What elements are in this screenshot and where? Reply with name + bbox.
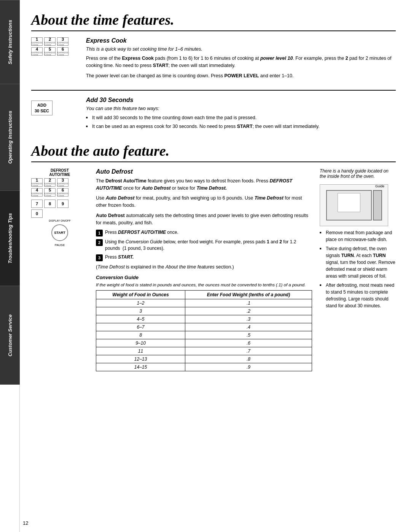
defrost-key-5[interactable]: 5EXPRESS COOK: [44, 188, 56, 197]
defrost-key-9[interactable]: 9: [57, 200, 68, 208]
defrost-key-4[interactable]: 4EXPRESS COOK: [31, 188, 43, 197]
conv-oz: 8: [96, 331, 185, 339]
defrost-keys-row3: 0: [31, 209, 88, 218]
conversion-guide-heading: Conversion Guide: [96, 275, 312, 280]
express-cook-keys: 1EXPRESS COOK 2EXPRESS COOK 3EXPRESS COO…: [31, 37, 77, 56]
time-features-title: About the time features.: [31, 11, 396, 28]
conv-oz: 3: [96, 307, 185, 315]
divider-3: [31, 161, 396, 162]
add-30-left: ADD 30 SEC: [31, 97, 77, 133]
defrost-key-2[interactable]: 2EXPRESS COOK: [44, 178, 56, 187]
conv-tenths: .2: [185, 307, 312, 315]
step-3-text: Press START.: [105, 254, 312, 260]
defrost-button-label: DEFROST AUTO/TIME: [31, 168, 88, 177]
key-5[interactable]: 5EXPRESS COOK: [44, 47, 56, 56]
key-3[interactable]: 3EXPRESS COOK: [57, 37, 68, 46]
oven-interior: [326, 190, 382, 220]
table-row: 9–10.6: [96, 339, 312, 347]
oven-door: [373, 190, 382, 220]
conv-tenths: .6: [185, 339, 312, 347]
add-label-line2: 30 SEC: [35, 109, 49, 113]
auto-defrost-right: There is a handy guide located on the in…: [320, 168, 396, 371]
key-1[interactable]: 1EXPRESS COOK: [31, 37, 43, 46]
step-3-row: 3 Press START.: [96, 254, 312, 261]
start-button-area: START: [31, 223, 88, 243]
defrost-key-3[interactable]: 3EXPRESS COOK: [57, 178, 68, 187]
conv-oz: 9–10: [96, 339, 185, 347]
step-1-row: 1 Press DEFROST AUTO/TIME once.: [96, 229, 312, 236]
sidebar-tab-operating[interactable]: Operating Instructions: [0, 84, 20, 190]
step-note: (Time Defrost is explained in the About …: [96, 264, 312, 271]
express-cook-section: 1EXPRESS COOK 2EXPRESS COOK 3EXPRESS COO…: [31, 37, 396, 82]
key-2[interactable]: 2EXPRESS COOK: [44, 37, 56, 46]
auto-defrost-heading: Auto Defrost: [96, 168, 312, 175]
auto-defrost-body2: Use Auto Defrost for meat, poultry, and …: [96, 195, 312, 209]
auto-feature-title: About the auto feature.: [31, 142, 396, 159]
add-30-bullet1: It will add 30 seconds to the time count…: [86, 114, 396, 121]
conv-tenths: .5: [185, 331, 312, 339]
auto-defrost-section: DEFROST AUTO/TIME 1EXPRESS COOK 2EXPRESS…: [31, 168, 396, 371]
right-bullet: Twice during defrost, the oven signals T…: [320, 245, 396, 280]
add-30-bullets: It will add 30 seconds to the time count…: [86, 114, 396, 130]
conv-tenths: .7: [185, 347, 312, 355]
table-row: 14–15.9: [96, 363, 312, 371]
step-2-text: Using the Conversion Guide below, enter …: [105, 239, 312, 252]
table-row: 1–2.1: [96, 299, 312, 307]
defrost-key-1[interactable]: 1EXPRESS COOK: [31, 178, 43, 187]
oven-diagram: [320, 184, 388, 226]
add-30-heading: Add 30 Seconds: [86, 97, 396, 104]
step-1-num: 1: [96, 230, 103, 236]
sidebar-label-customer: Customer Service: [7, 314, 13, 356]
conv-oz: 12–13: [96, 355, 185, 363]
add-30-text: Add 30 Seconds You can use this feature …: [86, 97, 396, 133]
sidebar-tab-troubleshooting[interactable]: Troubleshooting Tips: [0, 190, 20, 286]
conv-col1-header: Weight of Food in Ounces: [96, 290, 185, 299]
express-cook-heading: Express Cook: [86, 37, 396, 44]
add-label-line1: ADD: [37, 103, 46, 107]
express-cook-body1: Press one of the Express Cook pads (from…: [86, 55, 396, 69]
add-30-intro: You can use this feature two ways:: [86, 106, 396, 111]
conv-tenths: .9: [185, 363, 312, 371]
conv-oz: 11: [96, 347, 185, 355]
sidebar-label-operating: Operating Instructions: [7, 111, 13, 164]
table-row: 6–7.4: [96, 323, 312, 331]
table-row: 11.7: [96, 347, 312, 355]
add-30-section: ADD 30 SEC Add 30 Seconds You can use th…: [31, 97, 396, 133]
start-button[interactable]: START: [51, 224, 68, 241]
conv-col2-header: Enter Food Weight (tenths of a pound): [185, 290, 312, 299]
pause-label: PAUSE: [31, 243, 88, 247]
defrost-key-6[interactable]: 6EXPRESS COOK: [57, 188, 68, 197]
defrost-key-0[interactable]: 0: [31, 209, 43, 218]
step-3-num: 3: [96, 254, 103, 261]
add-30-button[interactable]: ADD 30 SEC: [31, 101, 53, 115]
defrost-key-8[interactable]: 8: [44, 200, 56, 208]
guide-label: Guide: [375, 184, 384, 188]
sidebar-tab-safety[interactable]: Safety Instructions: [0, 0, 20, 84]
sidebar-tab-customer[interactable]: Customer Service: [0, 286, 20, 385]
express-cook-keypad: 1EXPRESS COOK 2EXPRESS COOK 3EXPRESS COO…: [31, 37, 77, 82]
step-2-row: 2 Using the Conversion Guide below, ente…: [96, 239, 312, 252]
conv-tenths: .3: [185, 315, 312, 323]
defrost-keys-top: 1EXPRESS COOK 2EXPRESS COOK 3EXPRESS COO…: [31, 178, 88, 197]
right-bullets: Remove meat from package and place on mi…: [320, 229, 396, 309]
oven-window: [338, 193, 360, 212]
auto-defrost-text: Auto Defrost The Defrost Auto/Time featu…: [96, 168, 312, 371]
auto-defrost-keypad-area: DEFROST AUTO/TIME 1EXPRESS COOK 2EXPRESS…: [31, 168, 88, 371]
defrost-key-7[interactable]: 7: [31, 200, 43, 208]
oven-guide-note: There is a handy guide located on the in…: [320, 168, 396, 179]
right-bullet: After defrosting, most meats need to sta…: [320, 282, 396, 309]
defrost-label-2: AUTO/TIME: [49, 173, 70, 177]
key-4[interactable]: 4EXPRESS COOK: [31, 47, 43, 56]
conv-oz: 4–5: [96, 315, 185, 323]
page-container: Safety Instructions Operating Instructio…: [0, 0, 411, 532]
conv-tenths: .8: [185, 355, 312, 363]
conversion-guide-intro: If the weight of food is stated in pound…: [96, 282, 312, 288]
conv-oz: 14–15: [96, 363, 185, 371]
key-6[interactable]: 6EXPRESS COOK: [57, 47, 68, 56]
express-cook-text: Express Cook This is a quick way to set …: [86, 37, 396, 82]
table-row: 12–13.8: [96, 355, 312, 363]
conv-tenths: .1: [185, 299, 312, 307]
auto-defrost-body1: The Defrost Auto/Time feature gives you …: [96, 177, 312, 192]
defrost-keys-row2: 7 8 9: [31, 200, 88, 208]
sidebar-label-troubleshooting: Troubleshooting Tips: [7, 213, 13, 263]
